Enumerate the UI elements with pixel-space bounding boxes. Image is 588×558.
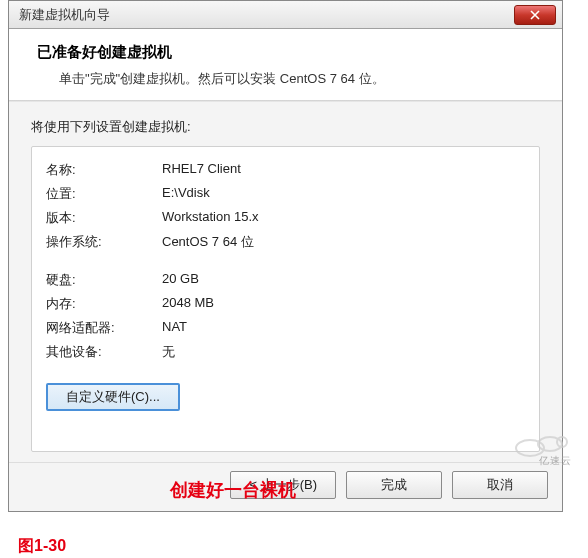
row-value: NAT <box>162 319 187 337</box>
table-row: 操作系统:CentOS 7 64 位 <box>46 233 525 251</box>
table-row: 版本:Workstation 15.x <box>46 209 525 227</box>
row-value: E:\Vdisk <box>162 185 210 203</box>
row-label: 内存: <box>46 295 162 313</box>
dialog-header: 已准备好创建虚拟机 单击"完成"创建虚拟机。然后可以安装 CentOS 7 64… <box>9 29 562 100</box>
row-label: 操作系统: <box>46 233 162 251</box>
table-row: 其他设备:无 <box>46 343 525 361</box>
close-button[interactable] <box>514 5 556 25</box>
row-value: 无 <box>162 343 175 361</box>
row-label: 位置: <box>46 185 162 203</box>
row-label: 版本: <box>46 209 162 227</box>
annotation-note: 创建好一台裸机 <box>170 478 296 502</box>
close-icon <box>530 10 540 20</box>
row-label: 网络适配器: <box>46 319 162 337</box>
row-label: 名称: <box>46 161 162 179</box>
watermark-text: 亿速云 <box>539 454 572 468</box>
row-label: 硬盘: <box>46 271 162 289</box>
row-value: CentOS 7 64 位 <box>162 233 254 251</box>
header-subtext: 单击"完成"创建虚拟机。然后可以安装 CentOS 7 64 位。 <box>37 70 538 88</box>
cancel-button[interactable]: 取消 <box>452 471 548 499</box>
row-label: 其他设备: <box>46 343 162 361</box>
row-value: 2048 MB <box>162 295 214 313</box>
table-row: 内存:2048 MB <box>46 295 525 313</box>
row-value: RHEL7 Client <box>162 161 241 179</box>
header-heading: 已准备好创建虚拟机 <box>37 43 538 62</box>
titlebar: 新建虚拟机向导 <box>9 1 562 29</box>
customize-hardware-button[interactable]: 自定义硬件(C)... <box>46 383 180 411</box>
row-value: 20 GB <box>162 271 199 289</box>
finish-button[interactable]: 完成 <box>346 471 442 499</box>
settings-panel: 名称:RHEL7 Client 位置:E:\Vdisk 版本:Workstati… <box>31 146 540 452</box>
table-row: 名称:RHEL7 Client <box>46 161 525 179</box>
window-title: 新建虚拟机向导 <box>19 6 514 24</box>
wizard-dialog: 新建虚拟机向导 已准备好创建虚拟机 单击"完成"创建虚拟机。然后可以安装 Cen… <box>8 0 563 512</box>
table-row: 位置:E:\Vdisk <box>46 185 525 203</box>
content-intro: 将使用下列设置创建虚拟机: <box>31 118 540 136</box>
dialog-content: 将使用下列设置创建虚拟机: 名称:RHEL7 Client 位置:E:\Vdis… <box>9 102 562 462</box>
figure-label: 图1-30 <box>18 536 66 557</box>
table-row: 硬盘:20 GB <box>46 271 525 289</box>
table-row: 网络适配器:NAT <box>46 319 525 337</box>
row-value: Workstation 15.x <box>162 209 259 227</box>
